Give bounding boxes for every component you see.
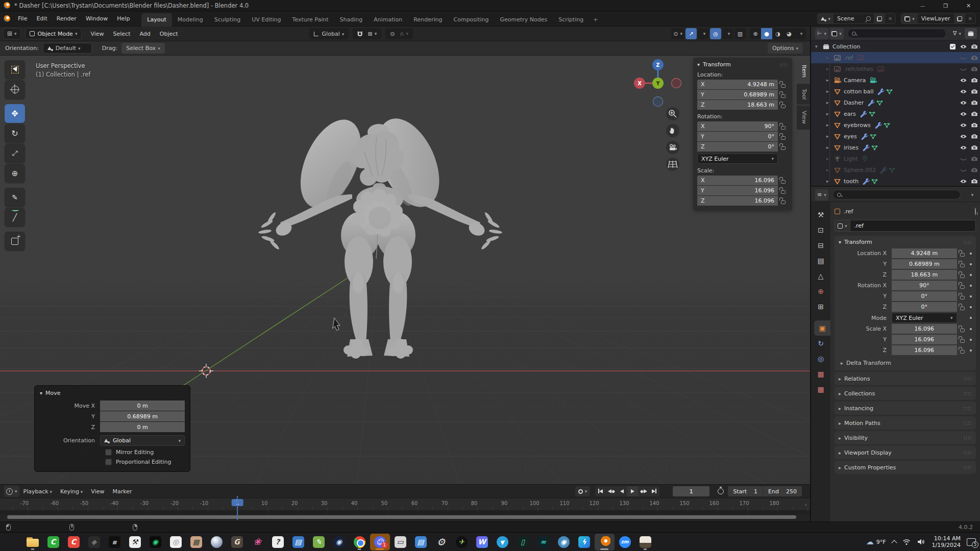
expand-arrow[interactable] (826, 66, 834, 71)
breadcrumb-object[interactable]: .ref (844, 208, 853, 215)
properties-tab[interactable]: ⊞ (811, 299, 830, 314)
move-field-value[interactable]: 0 m (100, 422, 185, 432)
outliner-row[interactable]: .refclothes (811, 63, 980, 74)
animate-dot[interactable] (970, 263, 972, 265)
delta-transform-label[interactable]: Delta Transform (846, 360, 891, 366)
workspace-tab[interactable]: Texture Paint (287, 13, 334, 27)
viewport-menu-item[interactable]: Add (135, 29, 155, 39)
snap-toggle-button[interactable]: Ω (355, 28, 365, 39)
taskbar-app-button[interactable]: ▤ (288, 534, 308, 550)
workspace-tab[interactable]: Modeling (172, 13, 209, 27)
hide-toggle[interactable] (958, 133, 969, 140)
rotation-mode-dropdown[interactable]: XYZ Euler (892, 313, 957, 323)
axis-gizmo[interactable]: Z X Y (634, 59, 681, 107)
field-value[interactable]: 0.68989 m (892, 259, 957, 269)
zoom-button[interactable] (666, 107, 679, 120)
field-value[interactable]: 16.096 (892, 345, 957, 355)
rotation-field[interactable]: Y0° (697, 132, 778, 141)
rotation-field[interactable]: X90° (697, 121, 778, 131)
options-button[interactable]: Options (768, 43, 803, 54)
render-toggle[interactable] (969, 166, 980, 173)
scene-name[interactable]: Scene (834, 15, 863, 22)
location-field[interactable]: Z18.663 m (697, 100, 778, 110)
hide-toggle[interactable] (958, 99, 969, 107)
checkbox[interactable] (105, 449, 112, 456)
drag-handle[interactable]: :::: (964, 406, 972, 411)
jump-to-start-button[interactable] (595, 486, 606, 496)
next-keyframe-button[interactable] (638, 486, 649, 496)
timeline-menu-item[interactable]: Keying (56, 486, 87, 497)
lock-button[interactable] (957, 282, 968, 289)
viewlayer-new-button[interactable] (954, 14, 965, 23)
transform-orientation-dropdown[interactable]: Global (309, 28, 349, 39)
object-name-field[interactable]: .ref (850, 220, 976, 232)
properties-panel-header[interactable]: Collections:::: (835, 387, 976, 400)
properties-panel-header[interactable]: Motion Paths:::: (835, 416, 976, 430)
scroll-arrow-icon[interactable]: ‹ (805, 502, 807, 508)
expand-arrow[interactable] (826, 89, 834, 94)
scene-new-button[interactable] (874, 14, 885, 23)
timeline-editor-type[interactable] (4, 486, 19, 497)
start-frame-field[interactable]: Start1 (728, 486, 763, 496)
render-toggle[interactable] (969, 121, 980, 129)
snap-settings-button[interactable]: ⊞ (365, 28, 379, 39)
render-toggle[interactable] (969, 110, 980, 117)
xray-toggle[interactable]: ▥ (734, 28, 746, 39)
menu-item[interactable]: Window (81, 13, 112, 24)
render-toggle[interactable] (969, 43, 980, 50)
hide-toggle[interactable] (958, 155, 969, 163)
collection-checkbox[interactable] (950, 44, 955, 49)
show-gizmo-toggle[interactable]: ↗ (685, 28, 697, 39)
taskbar-app-button[interactable]: G (227, 534, 247, 550)
taskbar-app-button[interactable]: ▩ (186, 534, 206, 550)
timeline-menu-item[interactable]: View (87, 486, 108, 497)
lock-button[interactable] (778, 81, 788, 88)
viewport-menu-item[interactable]: Object (155, 29, 183, 39)
field-value[interactable]: 0° (892, 291, 957, 301)
render-toggle[interactable] (969, 77, 980, 84)
scene-browse-button[interactable] (818, 14, 834, 23)
outliner-row[interactable]: Light (811, 153, 980, 164)
play-reverse-button[interactable] (617, 486, 627, 496)
expand-arrow[interactable] (826, 55, 834, 60)
properties-panel-header[interactable]: Instancing:::: (835, 402, 976, 415)
shading-solid-button[interactable]: ● (761, 28, 772, 39)
outliner-row[interactable]: eyebrows (811, 119, 980, 131)
menu-item[interactable]: Help (112, 13, 134, 24)
timeline-menu-item[interactable]: Marker (108, 486, 136, 497)
workspace-tab[interactable]: Layout (141, 13, 172, 27)
drag-handle[interactable]: :::: (964, 376, 972, 381)
taskbar-app-button[interactable]: C (64, 534, 84, 550)
lock-button[interactable] (778, 187, 788, 194)
scene-delete-button[interactable] (885, 14, 895, 23)
lock-button[interactable] (957, 336, 968, 343)
taskbar-app-button[interactable]: ◉ (329, 534, 349, 550)
taskbar-app-button[interactable]: ◉ (145, 534, 165, 550)
outliner-row[interactable]: Sphere.002 (811, 164, 980, 176)
tab-item[interactable]: Item (797, 60, 810, 83)
editor-type-button[interactable]: ⊞ (3, 28, 21, 39)
lock-button[interactable] (778, 102, 788, 108)
blender-menu-logo-icon[interactable] (0, 15, 13, 22)
properties-tab[interactable]: △ (811, 268, 830, 284)
scale-field[interactable]: X16.096 (697, 176, 778, 185)
animate-dot[interactable] (970, 328, 972, 330)
mode-selector[interactable]: Object Mode (25, 28, 82, 39)
taskbar-app-button[interactable]: ❀ (248, 534, 267, 550)
timeline-menu-item[interactable]: Playback (19, 486, 56, 497)
taskbar-app-button[interactable] (350, 534, 370, 550)
use-preview-range-button[interactable] (718, 488, 724, 494)
properties-tab[interactable]: ▩ (811, 382, 830, 397)
taskbar-app-button[interactable]: C (43, 534, 63, 550)
auto-keying-button[interactable] (575, 486, 591, 496)
field-value[interactable]: 4.9248 m (892, 248, 957, 258)
move-tool[interactable] (5, 104, 25, 123)
taskbar-app-button[interactable]: ◆ (84, 534, 104, 550)
timeline-ruler[interactable]: -70-60-50-40-30-20-101020304050607080901… (0, 498, 810, 510)
end-frame-field[interactable]: End250 (763, 486, 802, 496)
clock-widget[interactable]: 10:14 AM 1/19/2024 (932, 535, 961, 548)
pin-icon[interactable] (975, 208, 976, 215)
lock-button[interactable] (957, 261, 968, 267)
outliner-search-input[interactable] (847, 29, 946, 38)
animate-dot[interactable] (970, 285, 972, 287)
